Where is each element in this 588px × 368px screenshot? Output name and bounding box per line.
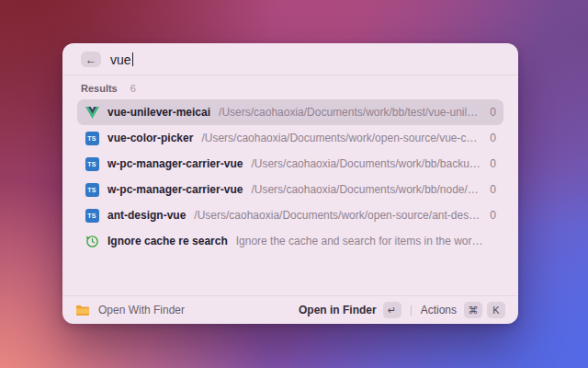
list-item[interactable]: TS vue-color-picker /Users/caohaoxia/Doc…	[77, 125, 503, 151]
list-item[interactable]: TS ant-design-vue /Users/caohaoxia/Docum…	[77, 202, 503, 228]
results-section-header: Results 6	[62, 75, 518, 99]
text-caret	[132, 52, 134, 66]
item-title: ant-design-vue	[107, 209, 186, 222]
item-path: /Users/caohaoxia/Documents/work/open-sou…	[201, 132, 481, 144]
results-label: Results	[81, 83, 118, 94]
item-accessory: 0	[490, 209, 496, 222]
list-empty-space	[62, 254, 518, 295]
item-description: Ignore the cache and search for items in…	[236, 235, 488, 247]
footer-bar: Open With Finder Open in Finder ↵ Action…	[62, 295, 518, 324]
item-title: vue-unilever-meicai	[107, 106, 210, 119]
back-arrow-icon: ←	[85, 54, 96, 65]
typescript-icon: TS	[85, 208, 99, 223]
item-title: Ignore cache re search	[107, 235, 228, 247]
item-path: /Users/caohaoxia/Documents/work/bb/node/…	[251, 183, 481, 196]
list-item[interactable]: vue-unilever-meicai /Users/caohaoxia/Doc…	[77, 99, 503, 125]
actions-button[interactable]: Actions ⌘ K	[421, 302, 505, 318]
item-accessory: 0	[490, 132, 496, 144]
actions-shortcut: ⌘ K	[464, 302, 505, 318]
item-accessory: 0	[490, 106, 496, 119]
open-in-finder-label: Open in Finder	[299, 304, 377, 316]
footer-actions: Open in Finder ↵ Actions ⌘ K	[299, 302, 505, 318]
vue-logo-icon	[85, 105, 99, 120]
item-title: vue-color-picker	[107, 132, 193, 144]
typescript-icon: TS	[85, 131, 99, 145]
folder-icon	[75, 303, 90, 317]
footer-separator	[411, 305, 412, 316]
search-bar: ← vue	[62, 43, 518, 75]
item-title: w-pc-manager-carrier-vue	[107, 183, 243, 196]
k-key-icon: K	[487, 302, 505, 318]
return-key-icon: ↵	[383, 302, 401, 318]
item-title: w-pc-manager-carrier-vue	[107, 157, 243, 170]
list-item[interactable]: TS w-pc-manager-carrier-vue /Users/caoha…	[77, 177, 503, 202]
list-item[interactable]: TS w-pc-manager-carrier-vue /Users/caoha…	[77, 151, 503, 177]
footer-context-label: Open With Finder	[98, 304, 185, 316]
back-button[interactable]: ←	[81, 52, 101, 67]
results-list: vue-unilever-meicai /Users/caohaoxia/Doc…	[62, 99, 518, 254]
command-key-icon: ⌘	[464, 302, 482, 318]
item-path: /Users/caohaoxia/Documents/work/open-sou…	[194, 209, 481, 222]
search-query-text: vue	[110, 52, 131, 67]
results-count: 6	[130, 83, 136, 94]
history-refresh-icon	[85, 234, 99, 248]
item-path: /Users/caohaoxia/Documents/work/bb/backu…	[251, 157, 481, 170]
open-in-finder-button[interactable]: Open in Finder ↵	[299, 302, 401, 318]
actions-label: Actions	[421, 304, 457, 316]
footer-context: Open With Finder	[75, 303, 185, 317]
list-item[interactable]: Ignore cache re search Ignore the cache …	[77, 228, 503, 254]
typescript-icon: TS	[85, 182, 99, 197]
desktop-wallpaper: { "colors": { "panel_bg": "#f2e5f0", "se…	[0, 0, 588, 368]
search-input[interactable]: vue	[110, 52, 502, 67]
item-accessory: 0	[490, 183, 496, 196]
launcher-window: ← vue Results 6 vue-unilever-meicai /Use…	[62, 43, 518, 324]
typescript-icon: TS	[85, 156, 99, 171]
item-accessory: 0	[490, 157, 496, 170]
item-path: /Users/caohaoxia/Documents/work/bb/test/…	[219, 106, 481, 119]
